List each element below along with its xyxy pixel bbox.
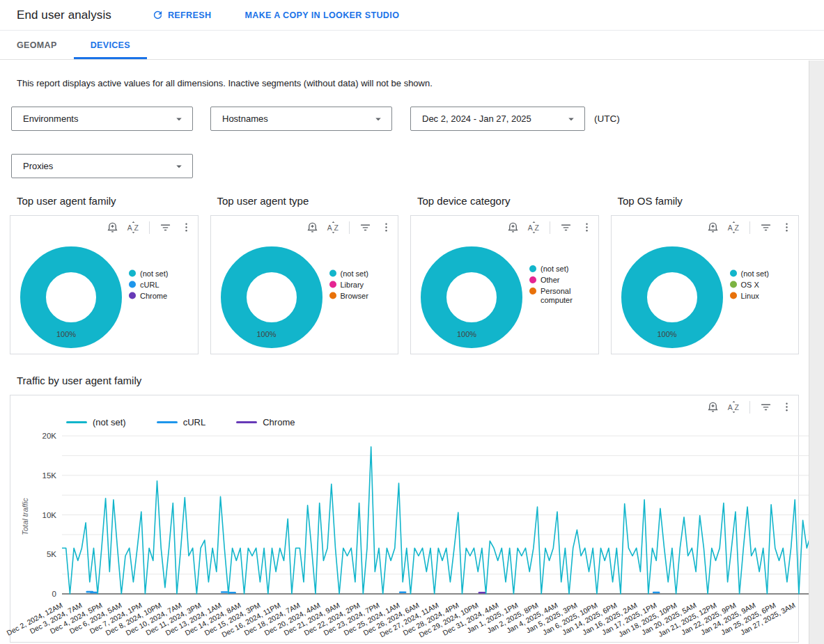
sort-az-icon[interactable]: AZ: [726, 220, 741, 235]
filter-icon[interactable]: [158, 220, 173, 235]
filter-icon[interactable]: [559, 220, 573, 235]
filter-icon[interactable]: [358, 220, 373, 235]
legend-color-dot: [529, 288, 536, 294]
more-vert-icon[interactable]: [580, 220, 594, 235]
svg-text:A: A: [728, 223, 733, 232]
legend-label: (not set): [541, 265, 568, 274]
sort-az-icon[interactable]: AZ: [126, 220, 141, 235]
legend-label: Library: [341, 281, 364, 290]
chevron-down-icon: [372, 113, 384, 125]
legend-item[interactable]: Browser: [329, 292, 368, 301]
date-range-filter[interactable]: Dec 2, 2024 - Jan 27, 2025: [410, 107, 585, 131]
donut-slice-label: 100%: [457, 330, 476, 338]
donut-chart[interactable]: 100%: [19, 245, 123, 350]
donut-title-4: Top OS family: [618, 195, 800, 207]
donut-chart[interactable]: 100%: [219, 245, 324, 350]
legend-item[interactable]: Chrome: [236, 417, 295, 427]
add-alert-icon[interactable]: [105, 220, 120, 235]
donut-slice-label: 100%: [56, 330, 76, 338]
legend-color-dot: [529, 265, 536, 272]
legend-item[interactable]: Personal computer: [529, 287, 595, 305]
donut-card-1[interactable]: AZ100%(not set)cURLChrome: [10, 215, 199, 354]
chevron-down-icon: [173, 160, 185, 173]
legend-item[interactable]: (not set): [329, 269, 368, 278]
legend-color-dot: [529, 276, 536, 283]
legend-label: Browser: [341, 292, 368, 301]
toolbar-divider: [550, 221, 550, 234]
page-scroll-gutter[interactable]: [809, 61, 824, 644]
legend-line-swatch: [66, 421, 87, 423]
filter-row-1: Environments Hostnames Dec 2, 2024 - Jan…: [11, 107, 809, 131]
sort-az-icon[interactable]: AZ: [527, 220, 541, 235]
y-axis-tick-label: 10K: [13, 511, 56, 519]
donut-card-2[interactable]: AZ100%(not set)LibraryBrowser: [210, 215, 399, 354]
filter-icon[interactable]: [759, 400, 773, 414]
svg-text:A: A: [127, 223, 132, 232]
svg-text:A: A: [327, 223, 332, 232]
donut-chart[interactable]: 100%: [419, 245, 524, 350]
add-alert-icon[interactable]: [305, 220, 320, 235]
legend-item[interactable]: Other: [529, 276, 595, 285]
toolbar-divider: [749, 221, 750, 234]
environments-filter-label: Environments: [23, 113, 78, 124]
legend-item[interactable]: cURL: [157, 417, 206, 427]
legend-color-dot: [129, 270, 136, 277]
donut-legend: (not set)cURLChrome: [129, 267, 168, 303]
legend-label: (not set): [341, 269, 368, 278]
timezone-label: (UTC): [594, 113, 620, 124]
hostnames-filter[interactable]: Hostnames: [210, 107, 392, 131]
legend-label: (not set): [140, 269, 168, 278]
refresh-icon: [152, 9, 164, 21]
proxies-filter[interactable]: Proxies: [11, 154, 193, 178]
report-canvas: This report displays active values for a…: [0, 78, 809, 643]
tab-bar: GEOMAPDEVICES: [0, 31, 824, 60]
make-copy-button[interactable]: MAKE A COPY IN LOOKER STUDIO: [244, 10, 399, 20]
refresh-button[interactable]: REFRESH: [152, 9, 212, 21]
more-vert-icon[interactable]: [779, 220, 794, 235]
traffic-chart-card[interactable]: AZ(not set)cURLChrome05K10K15K20KTotal t…: [10, 395, 799, 643]
legend-item[interactable]: (not set): [730, 269, 769, 278]
filter-icon[interactable]: [759, 220, 773, 235]
legend-label: cURL: [183, 417, 206, 427]
legend-item[interactable]: cURL: [129, 281, 168, 290]
sort-az-icon[interactable]: AZ: [326, 220, 341, 235]
legend-label: OS X: [741, 281, 759, 290]
legend-item[interactable]: Chrome: [129, 292, 168, 301]
more-vert-icon[interactable]: [179, 220, 194, 235]
donut-card-3[interactable]: AZ100%(not set)OtherPersonal computer: [410, 215, 599, 354]
tab-devices[interactable]: DEVICES: [74, 31, 147, 59]
legend-line-swatch: [236, 421, 257, 423]
legend-item[interactable]: (not set): [66, 417, 126, 427]
donut-card-4[interactable]: AZ100%(not set)OS XLinux: [611, 215, 800, 354]
add-alert-icon[interactable]: [706, 400, 720, 414]
donut-slice-label: 100%: [658, 330, 677, 338]
svg-text:Z: Z: [534, 223, 539, 232]
add-alert-icon[interactable]: [706, 220, 720, 235]
legend-item[interactable]: (not set): [529, 265, 595, 274]
environments-filter[interactable]: Environments: [11, 107, 193, 131]
legend-label: Chrome: [140, 292, 167, 301]
more-vert-icon[interactable]: [779, 400, 794, 414]
legend-label: cURL: [140, 281, 160, 290]
svg-text:Z: Z: [734, 223, 739, 232]
tab-geomap[interactable]: GEOMAP: [0, 31, 74, 59]
legend-item[interactable]: (not set): [129, 269, 168, 278]
add-alert-icon[interactable]: [506, 220, 520, 235]
page-title: End user analysis: [17, 8, 111, 22]
more-vert-icon[interactable]: [379, 220, 394, 235]
filter-row-2: Proxies: [11, 154, 809, 178]
legend-item[interactable]: Library: [329, 281, 368, 290]
chevron-down-icon: [173, 113, 185, 125]
legend-item[interactable]: Linux: [730, 292, 769, 301]
traffic-plot-area[interactable]: [62, 435, 811, 595]
svg-text:A: A: [527, 223, 532, 232]
x-axis-labels: Dec 2, 2024, 12AMDec 3, 2024, 7AMDec 4, …: [62, 597, 811, 641]
donut-legend: (not set)LibraryBrowser: [329, 267, 368, 303]
legend-label: (not set): [93, 417, 126, 427]
legend-color-dot: [329, 270, 336, 277]
sort-az-icon[interactable]: AZ: [726, 400, 741, 414]
legend-item[interactable]: OS X: [730, 281, 769, 290]
donut-chart[interactable]: 100%: [620, 245, 724, 350]
donut-legend: (not set)OtherPersonal computer: [529, 262, 595, 307]
svg-text:Z: Z: [134, 223, 139, 232]
